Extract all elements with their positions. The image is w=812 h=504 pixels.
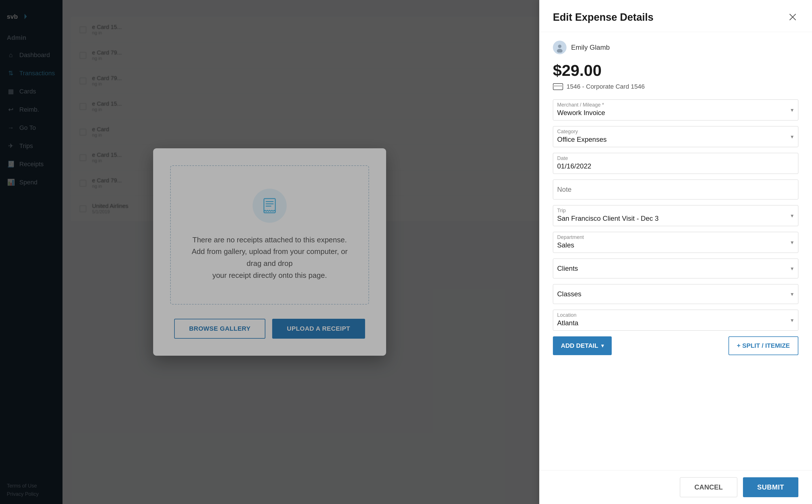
close-button[interactable] (787, 11, 798, 23)
merchant-field[interactable]: Merchant / Mileage * Wework Invoice ▾ (553, 99, 798, 120)
category-field[interactable]: Category Office Expenses ▾ (553, 126, 798, 147)
trip-dropdown-arrow: ▾ (791, 212, 794, 219)
date-label: Date (557, 155, 568, 161)
date-field[interactable]: Date (553, 153, 798, 174)
add-detail-button[interactable]: ADD DETAIL ▾ (553, 336, 612, 355)
location-label: Location (557, 312, 576, 318)
card-label: 1546 - Corporate Card 1546 (567, 83, 645, 90)
submit-button[interactable]: SUBMIT (743, 477, 798, 497)
date-input[interactable] (553, 153, 798, 174)
trip-label: Trip (557, 208, 566, 214)
merchant-dropdown-arrow: ▾ (791, 107, 794, 113)
panel-header: Edit Expense Details (539, 0, 812, 32)
note-input[interactable] (553, 180, 798, 199)
clients-value[interactable]: Clients (553, 259, 798, 278)
trip-field[interactable]: Trip San Francisco Client Visit - Dec 3 … (553, 205, 798, 226)
classes-dropdown-arrow: ▾ (791, 291, 794, 297)
panel-footer: CANCEL SUBMIT (539, 470, 812, 504)
close-icon (789, 13, 797, 21)
department-value[interactable]: Sales (553, 232, 798, 253)
department-field[interactable]: Department Sales ▾ (553, 232, 798, 253)
clients-dropdown-arrow: ▾ (791, 265, 794, 272)
category-value[interactable]: Office Expenses (553, 126, 798, 147)
classes-value[interactable]: Classes (553, 284, 798, 304)
action-row: ADD DETAIL ▾ + SPLIT / ITEMIZE (553, 336, 798, 355)
add-detail-dropdown-arrow: ▾ (601, 343, 604, 349)
location-dropdown-arrow: ▾ (791, 317, 794, 324)
panel-title: Edit Expense Details (553, 11, 653, 23)
svg-rect-12 (553, 85, 563, 87)
classes-field[interactable]: Classes ▾ (553, 284, 798, 304)
trip-value[interactable]: San Francisco Client Visit - Dec 3 (553, 205, 798, 226)
edit-expense-panel: Edit Expense Details Emily Glamb $29.00 (539, 0, 812, 504)
user-row: Emily Glamb (553, 41, 798, 54)
expense-amount: $29.00 (553, 61, 798, 80)
user-name: Emily Glamb (571, 43, 610, 51)
card-row: 1546 - Corporate Card 1546 (553, 83, 798, 90)
department-dropdown-arrow: ▾ (791, 239, 794, 246)
category-label: Category (557, 129, 578, 135)
cancel-button[interactable]: CANCEL (680, 477, 737, 497)
location-value[interactable]: Atlanta (553, 310, 798, 330)
split-itemize-button[interactable]: + SPLIT / ITEMIZE (728, 336, 798, 355)
background-dim (0, 0, 539, 504)
merchant-label: Merchant / Mileage * (557, 102, 604, 108)
clients-field[interactable]: Clients ▾ (553, 259, 798, 278)
panel-body: Emily Glamb $29.00 1546 - Corporate Card… (539, 32, 812, 470)
credit-card-icon (553, 83, 563, 90)
note-field[interactable] (553, 180, 798, 199)
svg-point-9 (558, 45, 561, 48)
avatar (553, 41, 567, 54)
location-field[interactable]: Location Atlanta ▾ (553, 310, 798, 331)
avatar-icon (555, 42, 565, 53)
department-label: Department (557, 234, 584, 240)
category-dropdown-arrow: ▾ (791, 133, 794, 140)
